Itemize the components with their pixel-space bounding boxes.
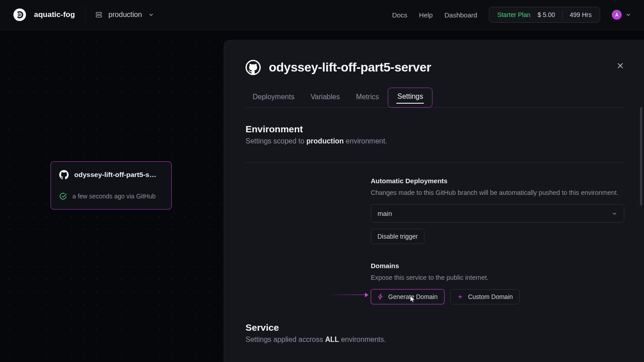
project-name[interactable]: aquatic-fog (34, 10, 75, 19)
divider (85, 5, 85, 25)
topbar-right: Docs Help Dashboard Starter Plan $ 5.00 … (392, 7, 631, 23)
tab-deployments[interactable]: Deployments (246, 88, 301, 107)
main: odyssey-lift-off-part5-s… a few seconds … (0, 30, 644, 362)
tab-variables[interactable]: Variables (303, 88, 347, 107)
domains-setting: Domains Expose this service to the publi… (371, 262, 624, 304)
environment-section: Environment Settings scoped to productio… (246, 124, 624, 145)
branch-select[interactable]: main (371, 204, 624, 223)
environment-name: production (109, 11, 142, 19)
project-canvas[interactable]: odyssey-lift-off-part5-s… a few seconds … (0, 30, 224, 362)
avatar: A (612, 10, 622, 20)
custom-domain-label: Custom Domain (468, 293, 513, 300)
topbar: aquatic-fog production Docs Help Dashboa… (0, 0, 644, 30)
automatic-deployments-setting: Automatic Deployments Changes made to th… (371, 177, 624, 244)
chevron-down-icon (625, 12, 631, 18)
app-logo[interactable] (13, 8, 26, 21)
service-sub-prefix: Settings applied accross (246, 336, 325, 343)
plan-hours: 499 Hrs (570, 11, 592, 18)
generate-domain-button[interactable]: Generate Domain (371, 289, 445, 304)
panel-title: odyssey-lift-off-part5-server (269, 60, 431, 75)
github-icon (246, 60, 261, 75)
plan-name: Starter Plan (497, 11, 530, 18)
annotation-arrow (328, 295, 368, 295)
chevron-down-icon (148, 12, 154, 18)
nav-docs[interactable]: Docs (392, 11, 407, 19)
setting-desc-autodeploy: Changes made to this GitHub branch will … (371, 189, 624, 196)
section-title-service: Service (246, 322, 624, 333)
service-card-status-text: a few seconds ago via GitHub (72, 193, 156, 200)
nav-help[interactable]: Help (419, 11, 433, 19)
logo-icon (16, 11, 23, 18)
branch-select-value: main (377, 210, 392, 217)
setting-title-autodeploy: Automatic Deployments (371, 177, 624, 185)
setting-desc-domains: Expose this service to the public intern… (371, 274, 624, 281)
setting-title-domains: Domains (371, 262, 624, 269)
account-menu[interactable]: A (612, 10, 631, 20)
chevron-down-icon (611, 210, 618, 217)
service-section: Service Settings applied accross ALL env… (246, 322, 624, 344)
tabs: Deployments Variables Metrics Settings (246, 88, 624, 108)
service-card-name: odyssey-lift-off-part5-s… (74, 171, 156, 179)
service-card[interactable]: odyssey-lift-off-part5-s… a few seconds … (51, 161, 172, 210)
section-subtitle-service: Settings applied accross ALL environment… (246, 336, 624, 344)
tab-metrics[interactable]: Metrics (349, 88, 386, 107)
section-title-environment: Environment (246, 124, 624, 135)
disable-trigger-label: Disable trigger (377, 233, 418, 240)
cursor-icon (410, 295, 416, 303)
env-sub-prefix: Settings scoped to (246, 137, 306, 145)
svg-rect-0 (96, 13, 102, 14)
service-sub-bold: ALL (325, 336, 339, 343)
custom-domain-button[interactable]: Custom Domain (450, 289, 519, 304)
check-circle-icon (59, 192, 67, 200)
server-icon (95, 11, 102, 18)
service-sub-suffix: environments. (339, 336, 386, 343)
environment-selector[interactable]: production (95, 11, 155, 19)
divider (246, 162, 624, 163)
disable-trigger-button[interactable]: Disable trigger (371, 229, 424, 244)
plan-chip[interactable]: Starter Plan $ 5.00 499 Hrs (489, 7, 600, 23)
section-subtitle-environment: Settings scoped to production environmen… (246, 137, 624, 145)
env-sub-bold: production (306, 137, 344, 145)
svg-rect-1 (96, 15, 102, 17)
nav-dashboard[interactable]: Dashboard (445, 11, 477, 19)
plus-icon (457, 294, 463, 300)
plan-price: $ 5.00 (538, 11, 555, 18)
service-detail-panel: odyssey-lift-off-part5-server Deployment… (224, 40, 644, 362)
github-icon (59, 170, 69, 180)
tab-settings[interactable]: Settings (388, 88, 432, 108)
lightning-icon (377, 294, 384, 300)
close-icon[interactable] (616, 62, 624, 70)
panel-header: odyssey-lift-off-part5-server (246, 60, 624, 75)
env-sub-suffix: environment. (344, 137, 387, 145)
chip-divider (562, 11, 563, 19)
